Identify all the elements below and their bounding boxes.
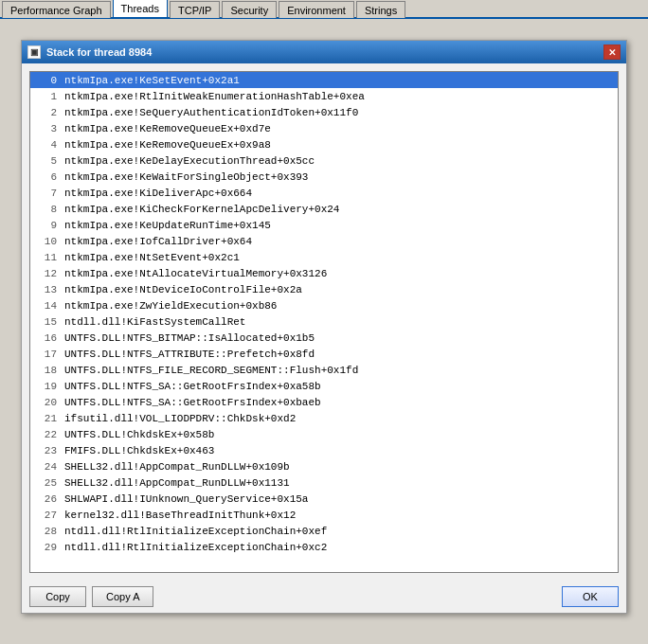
table-row[interactable]: 24SHELL32.dll!AppCompat_RunDLLW+0x109b [30, 458, 618, 474]
row-text: ntkmIpa.exe!KeWaitForSingleObject+0x393 [64, 171, 308, 183]
row-text: ntkmIpa.exe!NtSetEvent+0x2c1 [64, 252, 240, 263]
table-row[interactable]: 6ntkmIpa.exe!KeWaitForSingleObject+0x393 [30, 169, 618, 185]
main-area: ▣ Stack for thread 8984 ✕ 0ntkmIpa.exe!K… [0, 19, 648, 644]
row-number: 15 [34, 316, 57, 328]
table-row[interactable]: 2ntkmIpa.exe!SeQueryAuthenticationIdToke… [30, 104, 618, 120]
row-text: UNTFS.DLL!NTFS_BITMAP::IsAllocated+0x1b5 [64, 332, 315, 344]
table-row[interactable]: 3ntkmIpa.exe!KeRemoveQueueEx+0xd7e [30, 120, 618, 136]
dialog-body: 0ntkmIpa.exe!KeSetEvent+0x2a11ntkmIpa.ex… [22, 63, 626, 581]
row-text: ifsutil.dll!VOL_LIODPDRV::ChkDsk+0xd2 [64, 413, 296, 424]
row-number: 25 [34, 477, 57, 489]
tab-performance-graph[interactable]: Performance Graph [2, 1, 111, 18]
table-row[interactable]: 18UNTFS.DLL!NTFS_FILE_RECORD_SEGMENT::Fl… [30, 362, 618, 378]
stack-dialog: ▣ Stack for thread 8984 ✕ 0ntkmIpa.exe!K… [21, 40, 627, 614]
table-row[interactable]: 16UNTFS.DLL!NTFS_BITMAP::IsAllocated+0x1… [30, 330, 618, 346]
row-number: 4 [34, 139, 57, 151]
table-row[interactable]: 21ifsutil.dll!VOL_LIODPDRV::ChkDsk+0xd2 [30, 410, 618, 426]
row-number: 0 [34, 75, 57, 86]
table-row[interactable]: 26SHLWAPI.dll!IUnknown_QueryService+0x15… [30, 491, 618, 507]
table-row[interactable]: 7ntkmIpa.exe!KiDeliverApc+0x664 [30, 185, 618, 201]
footer-left-buttons: Copy Copy A [29, 586, 153, 607]
row-text: ntkmIpa.exe!KeRemoveQueueEx+0xd7e [64, 123, 271, 134]
row-text: ntkmIpa.exe!KiCheckForKernelApcDelivery+… [64, 204, 339, 215]
row-text: UNTFS.DLL!NTFS_SA::GetRootFrsIndex+0xa58… [64, 381, 321, 392]
dialog-title-icon: ▣ [27, 45, 41, 59]
table-row[interactable]: 29ntdll.dll!RtlInitializeExceptionChain+… [30, 539, 618, 555]
table-row[interactable]: 22UNTFS.DLL!ChkdskEx+0x58b [30, 426, 618, 442]
row-text: ntkmIpa.exe!NtDeviceIoControlFile+0x2a [64, 284, 302, 295]
dialog-title: ▣ Stack for thread 8984 [27, 45, 152, 59]
row-text: ntkmIpa.exe!KeRemoveQueueEx+0x9a8 [64, 139, 271, 151]
table-row[interactable]: 27kernel32.dll!BaseThreadInitThunk+0x12 [30, 507, 618, 523]
row-number: 22 [34, 429, 57, 440]
row-text: ntkmIpa.exe!IofCallDriver+0x64 [64, 236, 252, 247]
row-text: UNTFS.DLL!NTFS_SA::GetRootFrsIndex+0xbae… [64, 397, 321, 408]
table-row[interactable]: 5ntkmIpa.exe!KeDelayExecutionThread+0x5c… [30, 152, 618, 169]
row-number: 27 [34, 510, 57, 521]
table-row[interactable]: 28ntdll.dll!RtlInitializeExceptionChain+… [30, 523, 618, 539]
row-number: 9 [34, 220, 57, 231]
table-row[interactable]: 20UNTFS.DLL!NTFS_SA::GetRootFrsIndex+0xb… [30, 394, 618, 410]
copy-button[interactable]: Copy [29, 586, 86, 607]
table-row[interactable]: 17UNTFS.DLL!NTFS_ATTRIBUTE::Prefetch+0x8… [30, 346, 618, 362]
tab-threads[interactable]: Threads [113, 0, 168, 17]
table-row[interactable]: 14ntkmIpa.exe!ZwYieldExecution+0xb86 [30, 297, 618, 313]
row-number: 14 [34, 300, 57, 312]
row-text: ntkmIpa.exe!KeUpdateRunTime+0x145 [64, 220, 271, 231]
row-text: ntkmIpa.exe!NtAllocateVirtualMemory+0x31… [64, 268, 327, 279]
row-number: 6 [34, 171, 57, 183]
row-number: 19 [34, 381, 57, 392]
table-row[interactable]: 19UNTFS.DLL!NTFS_SA::GetRootFrsIndex+0xa… [30, 378, 618, 394]
table-row[interactable]: 8ntkmIpa.exe!KiCheckForKernelApcDelivery… [30, 201, 618, 217]
row-number: 26 [34, 493, 57, 505]
row-text: ntdll.dll!KiFastSystemCallRet [64, 316, 245, 328]
row-number: 12 [34, 268, 57, 279]
row-text: ntdll.dll!RtlInitializeExceptionChain+0x… [64, 526, 327, 537]
row-text: ntdll.dll!RtlInitializeExceptionChain+0x… [64, 542, 327, 553]
dialog-footer: Copy Copy A OK [22, 581, 626, 613]
table-row[interactable]: 0ntkmIpa.exe!KeSetEvent+0x2a1 [30, 72, 618, 88]
table-row[interactable]: 4ntkmIpa.exe!KeRemoveQueueEx+0x9a8 [30, 136, 618, 152]
row-text: ntkmIpa.exe!RtlInitWeakEnumerationHashTa… [64, 91, 365, 102]
row-number: 23 [34, 445, 57, 456]
row-number: 11 [34, 252, 57, 263]
row-number: 5 [34, 155, 57, 167]
tab-security[interactable]: Security [222, 1, 277, 18]
row-number: 3 [34, 123, 57, 134]
tab-environment[interactable]: Environment [279, 1, 354, 18]
copy-a-button[interactable]: Copy A [92, 586, 153, 607]
table-row[interactable]: 9ntkmIpa.exe!KeUpdateRunTime+0x145 [30, 217, 618, 233]
table-row[interactable]: 25SHELL32.dll!AppCompat_RunDLLW+0x1131 [30, 474, 618, 491]
row-number: 10 [34, 236, 57, 247]
stack-list[interactable]: 0ntkmIpa.exe!KeSetEvent+0x2a11ntkmIpa.ex… [29, 71, 619, 573]
table-row[interactable]: 10ntkmIpa.exe!IofCallDriver+0x64 [30, 233, 618, 249]
table-row[interactable]: 15ntdll.dll!KiFastSystemCallRet [30, 313, 618, 330]
tab-strings[interactable]: Strings [356, 1, 405, 18]
table-row[interactable]: 13ntkmIpa.exe!NtDeviceIoControlFile+0x2a [30, 281, 618, 297]
row-number: 13 [34, 284, 57, 295]
row-text: ntkmIpa.exe!KiDeliverApc+0x664 [64, 188, 252, 199]
row-number: 7 [34, 188, 57, 199]
row-number: 29 [34, 542, 57, 553]
row-text: SHLWAPI.dll!IUnknown_QueryService+0x15a [64, 493, 308, 505]
row-text: FMIFS.DLL!ChkdskEx+0x463 [64, 445, 214, 456]
dialog-titlebar: ▣ Stack for thread 8984 ✕ [22, 41, 626, 63]
row-number: 20 [34, 397, 57, 408]
dialog-close-button[interactable]: ✕ [603, 45, 621, 60]
row-text: UNTFS.DLL!ChkdskEx+0x58b [64, 429, 214, 440]
row-number: 24 [34, 461, 57, 473]
row-text: ntkmIpa.exe!KeDelayExecutionThread+0x5cc [64, 155, 315, 167]
table-row[interactable]: 23FMIFS.DLL!ChkdskEx+0x463 [30, 442, 618, 458]
row-number: 28 [34, 526, 57, 537]
tab-bar: Performance Graph Threads TCP/IP Securit… [0, 0, 648, 19]
row-number: 1 [34, 91, 57, 102]
table-row[interactable]: 12ntkmIpa.exe!NtAllocateVirtualMemory+0x… [30, 265, 618, 281]
table-row[interactable]: 11ntkmIpa.exe!NtSetEvent+0x2c1 [30, 249, 618, 265]
table-row[interactable]: 1ntkmIpa.exe!RtlInitWeakEnumerationHashT… [30, 88, 618, 104]
row-text: SHELL32.dll!AppCompat_RunDLLW+0x1131 [64, 477, 290, 489]
row-text: ntkmIpa.exe!KeSetEvent+0x2a1 [64, 75, 240, 86]
ok-button[interactable]: OK [562, 586, 619, 607]
tab-tcpip[interactable]: TCP/IP [170, 1, 220, 18]
row-text: UNTFS.DLL!NTFS_ATTRIBUTE::Prefetch+0x8fd [64, 349, 315, 360]
row-number: 8 [34, 204, 57, 215]
